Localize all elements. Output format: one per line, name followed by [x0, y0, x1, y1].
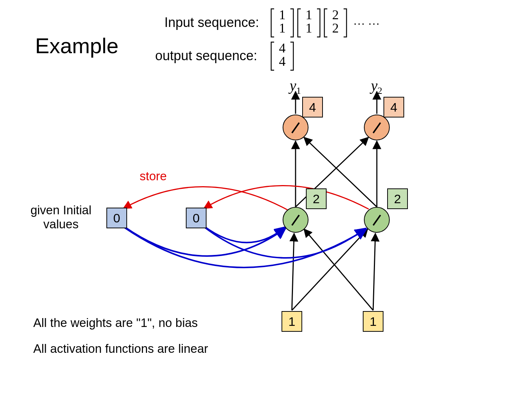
store-label: store: [140, 169, 167, 183]
output-vector: 44: [270, 41, 295, 71]
memory-box-2: 0: [186, 208, 207, 228]
input-vector-1: 11: [270, 8, 295, 38]
note-weights: All the weights are "1", no bias: [33, 316, 198, 330]
input-box-2: 1: [363, 311, 383, 332]
svg-line-7: [373, 233, 375, 310]
output-sequence-label: output sequence:: [155, 48, 257, 64]
diagram-svg: [0, 0, 532, 399]
output-value-1: 4: [302, 97, 323, 117]
input-sequence-label: Input sequence:: [164, 15, 259, 30]
svg-line-9: [304, 229, 373, 310]
input-box-1: 1: [282, 311, 302, 332]
input-vector-2: 11: [296, 8, 321, 38]
input-vector-3: 22: [323, 8, 348, 38]
y2-label: y2: [371, 77, 382, 96]
initial-values-label: given Initial values: [24, 203, 98, 231]
output-value-2: 4: [383, 97, 404, 117]
note-activation: All activation functions are linear: [33, 342, 208, 356]
svg-line-6: [292, 233, 294, 310]
page-title: Example: [35, 33, 119, 58]
memory-box-1: 0: [106, 208, 127, 228]
input-ellipsis: … …: [353, 14, 380, 28]
hidden-value-1: 2: [306, 188, 327, 209]
y1-label: y1: [290, 77, 301, 96]
hidden-value-2: 2: [387, 188, 408, 209]
svg-line-8: [292, 229, 368, 310]
